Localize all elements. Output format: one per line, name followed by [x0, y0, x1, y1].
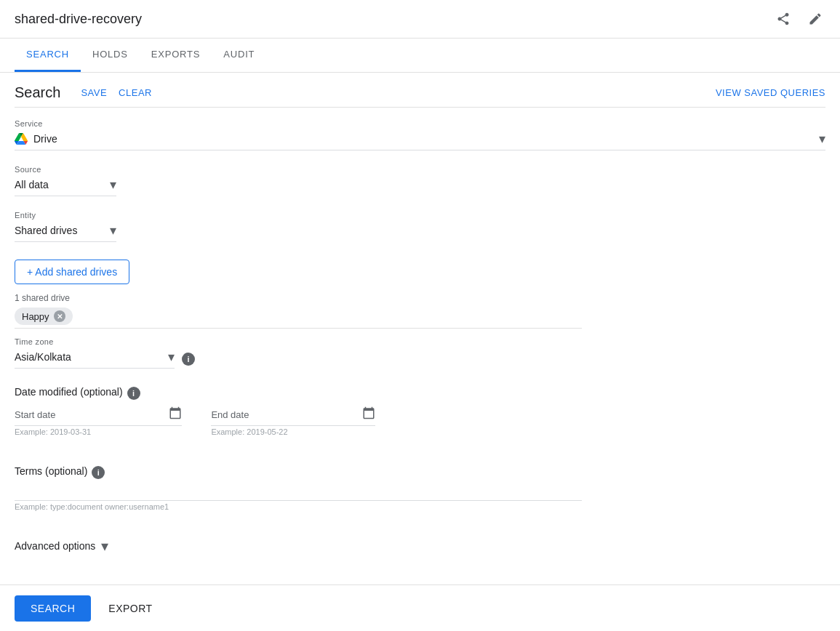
timezone-label: Time zone — [15, 337, 825, 346]
end-date-label: End date — [211, 409, 249, 420]
terms-info-icon[interactable]: i — [92, 466, 105, 479]
start-date-row: Start date — [15, 406, 182, 426]
share-button[interactable] — [773, 9, 793, 29]
source-value: All data — [15, 179, 107, 190]
end-date-input[interactable] — [255, 409, 356, 420]
drives-divider — [15, 328, 582, 329]
service-dropdown-arrow: ▾ — [819, 131, 825, 147]
tab-audit[interactable]: AUDIT — [212, 39, 266, 72]
date-modified-info-icon[interactable]: i — [127, 387, 140, 400]
entity-label: Entity — [15, 211, 825, 220]
service-label: Service — [15, 119, 825, 128]
date-modified-label: Date modified (optional) — [15, 386, 123, 398]
service-value: Drive — [33, 133, 816, 145]
timezone-dropdown-arrow: ▾ — [168, 349, 175, 365]
start-date-calendar-icon[interactable] — [169, 406, 182, 422]
share-icon — [776, 12, 791, 26]
date-fields: Start date Example: 2019-03-31 End date — [15, 406, 825, 436]
entity-dropdown-arrow: ▾ — [110, 222, 116, 238]
service-dropdown[interactable]: Drive ▾ — [15, 131, 825, 150]
main-content: Search SAVE CLEAR VIEW SAVED QUERIES Ser… — [0, 73, 840, 577]
query-terms-input[interactable] — [15, 486, 582, 501]
end-date-calendar-icon[interactable] — [362, 406, 375, 422]
shared-drives-list: 1 shared drive Happy ✕ — [15, 293, 825, 329]
tab-holds[interactable]: HOLDS — [81, 39, 140, 72]
entity-dropdown[interactable]: Shared drives ▾ — [15, 222, 116, 242]
service-section: Service Drive ▾ — [15, 108, 825, 162]
source-label: Source — [15, 165, 825, 174]
start-date-wrapper: Start date Example: 2019-03-31 — [15, 406, 182, 436]
source-section: Source All data ▾ — [15, 162, 825, 208]
nav-tabs: SEARCH HOLDS EXPORTS AUDIT — [0, 39, 840, 73]
add-shared-drives-button[interactable]: + Add shared drives — [15, 260, 129, 284]
chip-container: Happy ✕ — [15, 308, 825, 325]
end-date-example: Example: 2019-05-22 — [211, 427, 375, 436]
chip-remove-button[interactable]: ✕ — [54, 310, 65, 322]
edit-icon — [808, 12, 823, 26]
terms-section: Terms (optional) i Example: type:documen… — [15, 448, 825, 523]
header-icons — [773, 9, 825, 29]
happy-chip: Happy ✕ — [15, 308, 73, 325]
search-title: Search — [15, 84, 60, 101]
source-dropdown-arrow: ▾ — [110, 177, 116, 193]
terms-label: Terms (optional) — [15, 465, 87, 477]
terms-label-row: Terms (optional) i — [15, 465, 825, 480]
timezone-dropdown[interactable]: Asia/Kolkata ▾ — [15, 349, 175, 369]
app-header: shared-drive-recovery — [0, 0, 840, 39]
add-drives-section: + Add shared drives — [15, 260, 825, 284]
drive-icon — [15, 132, 28, 145]
search-bar: Search SAVE CLEAR VIEW SAVED QUERIES — [15, 73, 825, 108]
timezone-row: Asia/Kolkata ▾ i — [15, 349, 825, 369]
timezone-section: Time zone Asia/Kolkata ▾ i — [15, 331, 825, 380]
query-terms-wrapper: Example: type:document owner:username1 — [15, 486, 582, 511]
advanced-options-chevron-icon: ▾ — [101, 537, 108, 555]
save-button[interactable]: SAVE — [75, 84, 113, 101]
entity-section: Entity Shared drives ▾ — [15, 208, 825, 254]
view-saved-queries-button[interactable]: VIEW SAVED QUERIES — [716, 87, 825, 98]
timezone-info-icon[interactable]: i — [182, 353, 195, 366]
start-date-example: Example: 2019-03-31 — [15, 427, 182, 436]
advanced-options-row[interactable]: Advanced options ▾ — [15, 534, 825, 558]
end-date-row: End date — [211, 406, 375, 426]
start-date-input[interactable] — [61, 409, 163, 420]
timezone-value: Asia/Kolkata — [15, 351, 165, 363]
chip-label: Happy — [22, 311, 49, 322]
advanced-options-label: Advanced options — [15, 540, 95, 552]
end-date-wrapper: End date Example: 2019-05-22 — [211, 406, 375, 436]
date-modified-section: Date modified (optional) i Start date Ex… — [15, 380, 825, 448]
query-terms-example: Example: type:document owner:username1 — [15, 502, 582, 511]
source-dropdown[interactable]: All data ▾ — [15, 177, 116, 196]
tab-search[interactable]: SEARCH — [15, 39, 81, 72]
clear-button[interactable]: CLEAR — [113, 84, 158, 101]
app-title: shared-drive-recovery — [15, 12, 142, 27]
entity-value: Shared drives — [15, 225, 107, 236]
edit-button[interactable] — [805, 9, 825, 29]
tab-exports[interactable]: EXPORTS — [140, 39, 212, 72]
drive-count: 1 shared drive — [15, 293, 825, 303]
start-date-label: Start date — [15, 409, 55, 420]
